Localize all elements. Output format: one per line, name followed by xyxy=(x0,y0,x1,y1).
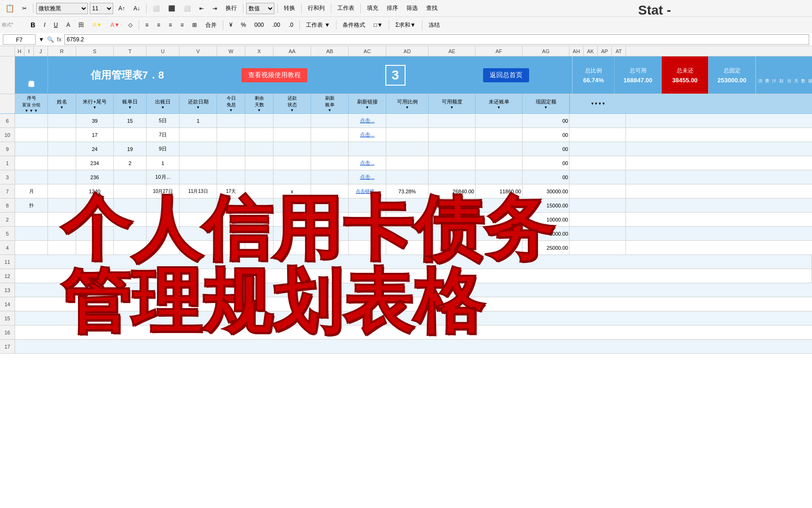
underline-btn[interactable]: U xyxy=(50,20,61,30)
cell-9-name[interactable] xyxy=(48,142,76,156)
cell-7-refresh[interactable] xyxy=(311,184,349,198)
cell-6-billing[interactable]: 15 xyxy=(114,114,147,127)
cell-9-remain[interactable] xyxy=(245,142,273,156)
cell-8-link[interactable] xyxy=(349,198,386,212)
bold-btn[interactable]: B xyxy=(27,20,39,30)
comma-btn[interactable]: 000 xyxy=(251,20,267,30)
fill-color-btn[interactable]: A▼ xyxy=(89,20,105,30)
font-size-select[interactable]: 11 xyxy=(90,3,113,14)
cell-10-free[interactable] xyxy=(217,128,245,142)
cell-4-i[interactable] xyxy=(273,241,311,254)
yuan-btn[interactable]: ¥ xyxy=(226,20,236,30)
cell-9-status[interactable] xyxy=(273,142,311,156)
avail-filter[interactable]: ▼ xyxy=(450,105,454,110)
filter-btn[interactable]: 筛选 xyxy=(403,3,421,14)
cell-6-link[interactable]: 点击... xyxy=(349,114,386,127)
shape-btn[interactable]: □▼ xyxy=(370,20,386,30)
merge-btn[interactable]: 合并 xyxy=(202,20,220,31)
cell-10-avail[interactable] xyxy=(429,128,476,142)
cell-3-bank[interactable]: 236 xyxy=(76,170,114,184)
cell-9-group[interactable] xyxy=(15,142,48,156)
cell-1-free[interactable] xyxy=(217,156,245,170)
cell-5-c[interactable] xyxy=(76,227,114,240)
remain-filter[interactable]: ▼ xyxy=(258,108,261,112)
cell-8-free[interactable] xyxy=(217,198,245,212)
cell-2-all[interactable] xyxy=(15,213,48,226)
cell-9-unpaid[interactable] xyxy=(476,142,523,156)
align-top-btn[interactable]: ⬜ xyxy=(149,4,163,13)
convert-btn[interactable]: 转换 xyxy=(281,3,298,14)
filter-arrow1[interactable]: ▼ xyxy=(25,109,29,113)
cell-4-b[interactable] xyxy=(48,241,76,254)
cell-5-d[interactable] xyxy=(114,227,147,240)
work-sheet-btn[interactable]: 工作表 ▼ xyxy=(303,20,333,31)
cell-9-ratio[interactable] xyxy=(386,142,429,156)
cell-2-d[interactable] xyxy=(114,213,147,226)
cell-5-i[interactable] xyxy=(273,227,311,240)
cell-7-unpaid[interactable]: 11860.00 xyxy=(476,184,523,198)
cell-9-bank[interactable]: 24 xyxy=(76,142,114,156)
cell-7-remain[interactable] xyxy=(245,184,273,198)
cell-4-k[interactable] xyxy=(349,241,386,254)
tutorial-btn[interactable]: 查看视频使用教程 xyxy=(242,68,307,82)
cell-2-k[interactable] xyxy=(349,213,386,226)
cell-3-fixed[interactable]: 00 xyxy=(523,170,570,184)
cell-4-j[interactable] xyxy=(311,241,349,254)
cell-10-fixed[interactable]: 00 xyxy=(523,128,570,142)
cell-2-h[interactable] xyxy=(245,213,273,226)
wrap-text-btn[interactable]: 换行 xyxy=(222,3,240,14)
cell-7-statement[interactable]: 10月27日 xyxy=(147,184,180,198)
dist-btn[interactable]: ⊞ xyxy=(189,20,200,30)
cell-8-ratio[interactable] xyxy=(386,198,429,212)
cell-3-billing[interactable] xyxy=(114,170,147,184)
cell-4-n[interactable] xyxy=(476,241,523,254)
cell-10-repay[interactable] xyxy=(180,128,217,142)
cell-5-b[interactable] xyxy=(48,227,76,240)
cell-4-f[interactable] xyxy=(180,241,217,254)
cell-1-bank[interactable]: 234 xyxy=(76,156,114,170)
cell-1-repay[interactable] xyxy=(180,156,217,170)
cell-3-repay[interactable] xyxy=(180,170,217,184)
cell-6-bank[interactable]: 39 xyxy=(76,114,114,127)
cell-8-bank[interactable] xyxy=(76,198,114,212)
cell-5-f[interactable] xyxy=(180,227,217,240)
cell-2-n[interactable] xyxy=(476,213,523,226)
cell-10-name[interactable] xyxy=(48,128,76,142)
font-name-select[interactable]: 微软雅黑 xyxy=(36,3,88,14)
cell-1-remain[interactable] xyxy=(245,156,273,170)
cell-5-a[interactable] xyxy=(15,227,48,240)
number-format-select[interactable]: 数值 xyxy=(246,3,274,14)
search-btn[interactable]: 查找 xyxy=(423,3,441,14)
indent-dec-btn[interactable]: ⇤ xyxy=(196,4,207,13)
cell-9-free[interactable] xyxy=(217,142,245,156)
paste-btn[interactable]: 📋 xyxy=(2,2,18,14)
cell-7-ratio[interactable]: 73.28% xyxy=(386,184,429,198)
cell-3-name[interactable] xyxy=(48,170,76,184)
billing-filter[interactable]: ▼ xyxy=(128,105,132,110)
home-btn[interactable]: 返回总首页 xyxy=(483,68,529,82)
cell-7-name[interactable] xyxy=(48,184,76,198)
align-right-btn[interactable]: ≡ xyxy=(165,20,175,30)
repay-filter[interactable]: ▼ xyxy=(196,105,200,110)
formula-input[interactable] xyxy=(64,34,809,45)
cell-9-fixed[interactable]: 00 xyxy=(523,142,570,156)
fill-btn[interactable]: 填充 xyxy=(364,3,382,14)
repay-status-filter[interactable]: ▼ xyxy=(290,108,294,112)
cell-10-unpaid[interactable] xyxy=(476,128,523,142)
cell-7-repay[interactable]: 11月13日 xyxy=(180,184,217,198)
cell-1-ratio[interactable] xyxy=(386,156,429,170)
cell-8-billing[interactable] xyxy=(114,198,147,212)
align-center-btn[interactable]: ≡ xyxy=(154,20,164,30)
cell-5-m[interactable] xyxy=(429,227,476,240)
cell-1-fixed[interactable]: 00 xyxy=(523,156,570,170)
cell-6-fixed[interactable]: 00 xyxy=(523,114,570,127)
clear-btn[interactable]: ◇ xyxy=(125,20,136,30)
filter-arrow2[interactable]: ▼ xyxy=(30,109,33,113)
cell-5-n[interactable] xyxy=(476,227,523,240)
cell-6-statement[interactable]: 5日 xyxy=(147,114,180,127)
cell-7-fixed[interactable]: 30000.00 xyxy=(523,184,570,198)
cell-ref-box[interactable]: F7 xyxy=(3,34,36,45)
cell-1-unpaid[interactable] xyxy=(476,156,523,170)
cell-1-billing[interactable]: 2 xyxy=(114,156,147,170)
cell-7-bank[interactable]: 1240 xyxy=(76,184,114,198)
